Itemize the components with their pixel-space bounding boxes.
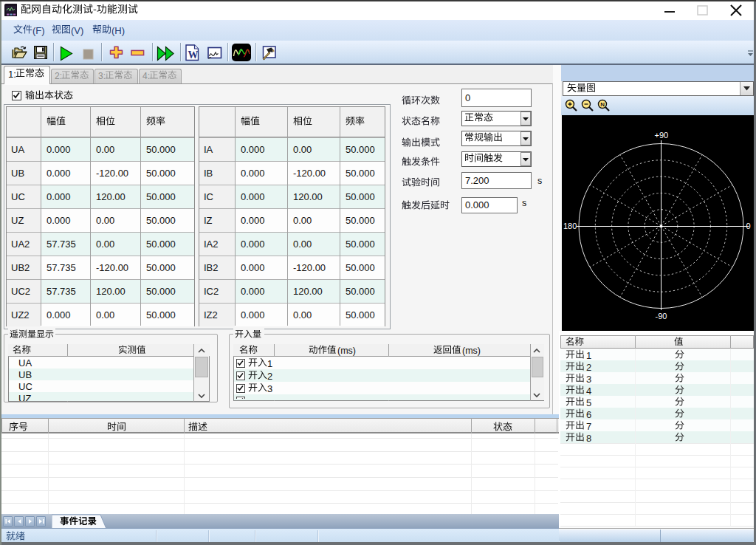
svg-text:0: 0 xyxy=(746,222,751,230)
svg-text:N: N xyxy=(600,101,605,108)
svg-text:180: 180 xyxy=(563,222,577,230)
svg-text:W: W xyxy=(188,49,198,61)
svg-text:+90: +90 xyxy=(655,131,669,140)
svg-text:-90: -90 xyxy=(656,312,667,321)
